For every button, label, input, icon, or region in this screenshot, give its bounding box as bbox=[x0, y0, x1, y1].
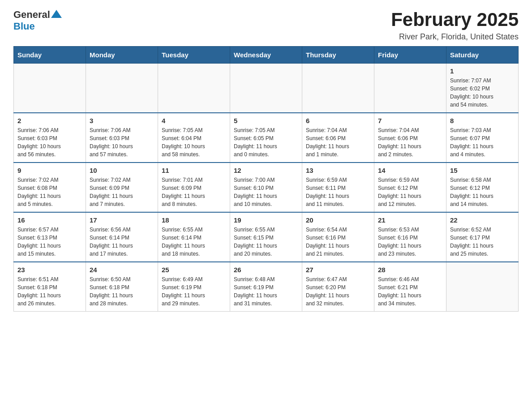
day-number: 21 bbox=[378, 216, 442, 224]
day-info: Sunrise: 6:55 AMSunset: 6:15 PMDaylight:… bbox=[234, 226, 298, 258]
calendar-cell: 25Sunrise: 6:49 AMSunset: 6:19 PMDayligh… bbox=[158, 262, 230, 312]
day-number: 1 bbox=[450, 67, 515, 75]
day-info: Sunrise: 7:05 AMSunset: 6:04 PMDaylight:… bbox=[162, 126, 226, 158]
logo-blue-text: Blue bbox=[13, 21, 35, 32]
day-info: Sunrise: 6:47 AMSunset: 6:20 PMDaylight:… bbox=[306, 275, 370, 308]
calendar-cell: 16Sunrise: 6:57 AMSunset: 6:13 PMDayligh… bbox=[14, 212, 86, 262]
calendar-header-row: SundayMondayTuesdayWednesdayThursdayFrid… bbox=[14, 47, 519, 64]
calendar-cell: 6Sunrise: 7:04 AMSunset: 6:06 PMDaylight… bbox=[302, 113, 374, 163]
page-title: February 2025 bbox=[391, 9, 519, 30]
day-number: 24 bbox=[90, 266, 154, 274]
calendar-cell bbox=[86, 64, 158, 113]
calendar-cell bbox=[302, 64, 374, 113]
calendar-cell: 23Sunrise: 6:51 AMSunset: 6:18 PMDayligh… bbox=[14, 262, 86, 312]
day-info: Sunrise: 6:50 AMSunset: 6:18 PMDaylight:… bbox=[90, 275, 154, 308]
day-info: Sunrise: 6:46 AMSunset: 6:21 PMDaylight:… bbox=[378, 275, 442, 308]
day-number: 17 bbox=[90, 216, 154, 224]
day-info: Sunrise: 6:59 AMSunset: 6:12 PMDaylight:… bbox=[378, 176, 442, 208]
day-number: 14 bbox=[378, 167, 442, 174]
day-number: 4 bbox=[162, 117, 226, 124]
calendar-cell: 1Sunrise: 7:07 AMSunset: 6:02 PMDaylight… bbox=[446, 64, 519, 113]
calendar-cell: 20Sunrise: 6:54 AMSunset: 6:16 PMDayligh… bbox=[302, 212, 374, 262]
calendar-week-2: 9Sunrise: 7:02 AMSunset: 6:08 PMDaylight… bbox=[14, 163, 519, 212]
day-info: Sunrise: 7:04 AMSunset: 6:06 PMDaylight:… bbox=[378, 126, 442, 158]
day-number: 8 bbox=[450, 117, 515, 124]
day-info: Sunrise: 7:05 AMSunset: 6:05 PMDaylight:… bbox=[234, 126, 298, 158]
calendar-week-1: 2Sunrise: 7:06 AMSunset: 6:03 PMDaylight… bbox=[14, 113, 519, 163]
day-number: 27 bbox=[306, 266, 370, 274]
day-info: Sunrise: 6:59 AMSunset: 6:11 PMDaylight:… bbox=[306, 176, 370, 208]
day-info: Sunrise: 7:07 AMSunset: 6:02 PMDaylight:… bbox=[450, 77, 515, 109]
calendar-cell: 13Sunrise: 6:59 AMSunset: 6:11 PMDayligh… bbox=[302, 163, 374, 212]
logo: General Blue bbox=[13, 9, 62, 32]
day-number: 7 bbox=[378, 117, 442, 124]
day-number: 5 bbox=[234, 117, 298, 124]
day-info: Sunrise: 7:00 AMSunset: 6:10 PMDaylight:… bbox=[234, 176, 298, 208]
page-header: General Blue February 2025 River Park, F… bbox=[13, 9, 519, 42]
calendar-week-3: 16Sunrise: 6:57 AMSunset: 6:13 PMDayligh… bbox=[14, 212, 519, 262]
calendar-cell bbox=[374, 64, 446, 113]
calendar-cell: 9Sunrise: 7:02 AMSunset: 6:08 PMDaylight… bbox=[14, 163, 86, 212]
day-header-tuesday: Tuesday bbox=[158, 47, 230, 64]
logo-general-text: General bbox=[13, 9, 50, 20]
day-number: 12 bbox=[234, 167, 298, 174]
day-number: 10 bbox=[90, 167, 154, 174]
day-info: Sunrise: 6:58 AMSunset: 6:12 PMDaylight:… bbox=[450, 176, 515, 208]
day-header-friday: Friday bbox=[374, 47, 446, 64]
day-info: Sunrise: 6:48 AMSunset: 6:19 PMDaylight:… bbox=[234, 275, 298, 308]
day-header-thursday: Thursday bbox=[302, 47, 374, 64]
day-info: Sunrise: 6:55 AMSunset: 6:14 PMDaylight:… bbox=[162, 226, 226, 258]
day-info: Sunrise: 6:51 AMSunset: 6:18 PMDaylight:… bbox=[17, 275, 82, 308]
day-header-saturday: Saturday bbox=[446, 47, 519, 64]
page-subtitle: River Park, Florida, United States bbox=[391, 32, 519, 42]
day-info: Sunrise: 7:06 AMSunset: 6:03 PMDaylight:… bbox=[90, 126, 154, 158]
calendar-table: SundayMondayTuesdayWednesdayThursdayFrid… bbox=[13, 46, 519, 312]
day-number: 25 bbox=[162, 266, 226, 274]
day-info: Sunrise: 6:53 AMSunset: 6:16 PMDaylight:… bbox=[378, 226, 442, 258]
calendar-cell: 11Sunrise: 7:01 AMSunset: 6:09 PMDayligh… bbox=[158, 163, 230, 212]
calendar-cell: 19Sunrise: 6:55 AMSunset: 6:15 PMDayligh… bbox=[230, 212, 302, 262]
day-info: Sunrise: 6:49 AMSunset: 6:19 PMDaylight:… bbox=[162, 275, 226, 308]
title-block: February 2025 River Park, Florida, Unite… bbox=[391, 9, 519, 42]
day-number: 13 bbox=[306, 167, 370, 174]
day-number: 28 bbox=[378, 266, 442, 274]
day-number: 9 bbox=[17, 167, 82, 174]
calendar-cell: 4Sunrise: 7:05 AMSunset: 6:04 PMDaylight… bbox=[158, 113, 230, 163]
day-number: 23 bbox=[17, 266, 82, 274]
day-header-wednesday: Wednesday bbox=[230, 47, 302, 64]
calendar-cell bbox=[14, 64, 86, 113]
day-info: Sunrise: 7:02 AMSunset: 6:08 PMDaylight:… bbox=[17, 176, 82, 208]
calendar-cell bbox=[158, 64, 230, 113]
day-header-monday: Monday bbox=[86, 47, 158, 64]
calendar-cell: 10Sunrise: 7:02 AMSunset: 6:09 PMDayligh… bbox=[86, 163, 158, 212]
calendar-cell: 27Sunrise: 6:47 AMSunset: 6:20 PMDayligh… bbox=[302, 262, 374, 312]
calendar-cell bbox=[230, 64, 302, 113]
calendar-cell: 8Sunrise: 7:03 AMSunset: 6:07 PMDaylight… bbox=[446, 113, 519, 163]
day-number: 26 bbox=[234, 266, 298, 274]
calendar-cell: 14Sunrise: 6:59 AMSunset: 6:12 PMDayligh… bbox=[374, 163, 446, 212]
day-number: 19 bbox=[234, 216, 298, 224]
day-number: 3 bbox=[90, 117, 154, 124]
calendar-cell: 22Sunrise: 6:52 AMSunset: 6:17 PMDayligh… bbox=[446, 212, 519, 262]
calendar-cell: 17Sunrise: 6:56 AMSunset: 6:14 PMDayligh… bbox=[86, 212, 158, 262]
calendar-cell: 12Sunrise: 7:00 AMSunset: 6:10 PMDayligh… bbox=[230, 163, 302, 212]
calendar-cell: 15Sunrise: 6:58 AMSunset: 6:12 PMDayligh… bbox=[446, 163, 519, 212]
day-info: Sunrise: 7:06 AMSunset: 6:03 PMDaylight:… bbox=[17, 126, 82, 158]
day-info: Sunrise: 6:56 AMSunset: 6:14 PMDaylight:… bbox=[90, 226, 154, 258]
calendar-cell: 5Sunrise: 7:05 AMSunset: 6:05 PMDaylight… bbox=[230, 113, 302, 163]
day-number: 22 bbox=[450, 216, 515, 224]
day-number: 6 bbox=[306, 117, 370, 124]
day-info: Sunrise: 7:02 AMSunset: 6:09 PMDaylight:… bbox=[90, 176, 154, 208]
day-number: 11 bbox=[162, 167, 226, 174]
calendar-cell: 7Sunrise: 7:04 AMSunset: 6:06 PMDaylight… bbox=[374, 113, 446, 163]
day-info: Sunrise: 7:03 AMSunset: 6:07 PMDaylight:… bbox=[450, 126, 515, 158]
day-info: Sunrise: 7:01 AMSunset: 6:09 PMDaylight:… bbox=[162, 176, 226, 208]
day-number: 15 bbox=[450, 167, 515, 174]
day-header-sunday: Sunday bbox=[14, 47, 86, 64]
calendar-cell: 21Sunrise: 6:53 AMSunset: 6:16 PMDayligh… bbox=[374, 212, 446, 262]
day-info: Sunrise: 6:57 AMSunset: 6:13 PMDaylight:… bbox=[17, 226, 82, 258]
day-info: Sunrise: 6:52 AMSunset: 6:17 PMDaylight:… bbox=[450, 226, 515, 258]
calendar-header: SundayMondayTuesdayWednesdayThursdayFrid… bbox=[14, 47, 519, 64]
calendar-cell: 2Sunrise: 7:06 AMSunset: 6:03 PMDaylight… bbox=[14, 113, 86, 163]
calendar-week-4: 23Sunrise: 6:51 AMSunset: 6:18 PMDayligh… bbox=[14, 262, 519, 312]
